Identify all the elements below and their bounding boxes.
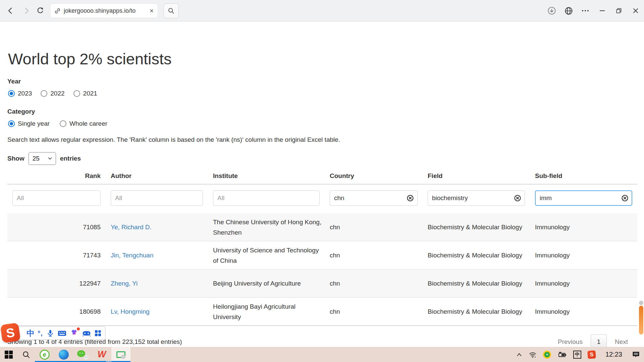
cell-institute: Beijing University of Agriculture bbox=[208, 275, 325, 292]
filter-input-field[interactable] bbox=[428, 190, 525, 206]
year-option-2021[interactable]: 2021 bbox=[73, 90, 97, 97]
filter-clear-icon[interactable] bbox=[621, 194, 629, 202]
author-link[interactable]: Lv, Hongming bbox=[111, 308, 150, 315]
microphone-icon[interactable] bbox=[46, 329, 54, 337]
input-method-button[interactable]: 中 bbox=[573, 351, 581, 359]
cell-rank: 71743 bbox=[7, 247, 106, 264]
column-header-field[interactable]: Field bbox=[423, 172, 530, 180]
pagination-next[interactable]: Next bbox=[615, 338, 628, 346]
search-button[interactable] bbox=[163, 3, 179, 18]
category-option-single-year[interactable]: Single year bbox=[8, 120, 50, 127]
close-button[interactable] bbox=[630, 5, 642, 17]
search-icon bbox=[167, 7, 175, 14]
punctuation-icon[interactable]: °, bbox=[38, 329, 43, 337]
table-row: 180698Lv, HongmingHeilongjiang Bayi Agri… bbox=[7, 298, 637, 326]
filter-cell-institute bbox=[208, 190, 325, 206]
column-header-sub-field[interactable]: Sub-field bbox=[530, 172, 637, 180]
radio-unselected-icon[interactable] bbox=[73, 90, 80, 97]
game-icon[interactable] bbox=[82, 330, 91, 337]
wechat-icon bbox=[77, 350, 89, 359]
address-bar[interactable]: jokergoooo.shinyapps.io/to × bbox=[50, 4, 158, 18]
notification-center-button[interactable] bbox=[632, 351, 640, 358]
taskbar-search-button[interactable] bbox=[17, 347, 35, 362]
cell-institute: University of Science and Technology of … bbox=[208, 242, 325, 269]
browser-360-taskbar-button[interactable]: e bbox=[35, 347, 54, 362]
wps-office-taskbar-button[interactable]: W bbox=[92, 347, 111, 362]
filter-input-country[interactable] bbox=[330, 190, 418, 206]
scrollbar-cap[interactable] bbox=[639, 301, 643, 305]
cell-institute: The Chinese University of Hong Kong, She… bbox=[208, 214, 325, 241]
column-header-institute[interactable]: Institute bbox=[208, 172, 325, 180]
download-icon bbox=[547, 6, 556, 15]
battery-button[interactable] bbox=[557, 352, 567, 358]
360-safe-button[interactable]: + bbox=[543, 351, 551, 359]
sogou-input-toolbar: 中°, bbox=[17, 326, 105, 340]
radio-unselected-icon[interactable] bbox=[60, 120, 66, 127]
column-header-country[interactable]: Country bbox=[325, 172, 423, 180]
column-header-rank[interactable]: Rank bbox=[7, 172, 106, 180]
chinese-mode-icon[interactable]: 中 bbox=[26, 328, 34, 339]
taskbar-apps: eW bbox=[35, 347, 130, 362]
entries-select[interactable]: 25 bbox=[29, 152, 56, 165]
minimize-icon bbox=[600, 10, 605, 11]
minimize-button[interactable] bbox=[596, 5, 608, 17]
browser-essentials-button[interactable] bbox=[562, 5, 575, 17]
filter-input-sub-field[interactable] bbox=[535, 190, 632, 206]
input-method-zh-icon: 中 bbox=[573, 351, 581, 359]
page-title: World top 2% scientists bbox=[8, 50, 172, 68]
radio-selected-icon[interactable] bbox=[8, 120, 15, 127]
taskbar-clock[interactable]: 12:23 bbox=[605, 351, 622, 358]
cell-author: Lv, Hongming bbox=[106, 303, 208, 320]
cell-subfield: Immunology bbox=[530, 303, 637, 320]
sogou-logo[interactable]: S bbox=[0, 323, 21, 343]
year-option-2023[interactable]: 2023 bbox=[8, 90, 32, 97]
pagination-previous[interactable]: Previous bbox=[558, 338, 583, 346]
author-link[interactable]: Ye, Richard D. bbox=[111, 224, 152, 231]
wifi-icon bbox=[529, 351, 537, 358]
edge-taskbar-button[interactable] bbox=[54, 347, 73, 362]
table-body: 71085Ye, Richard D.The Chinese Universit… bbox=[7, 213, 637, 326]
tray-chevron-up-button[interactable] bbox=[516, 352, 522, 357]
wechat-taskbar-button[interactable] bbox=[73, 347, 92, 362]
column-header-author[interactable]: Author bbox=[106, 172, 208, 180]
author-link[interactable]: Jin, Tengchuan bbox=[111, 252, 153, 259]
category-option-whole-career[interactable]: Whole career bbox=[60, 120, 107, 127]
site-link-icon bbox=[54, 8, 61, 14]
url-text[interactable]: jokergoooo.shinyapps.io/to bbox=[64, 7, 149, 14]
filter-clear-icon[interactable] bbox=[407, 194, 414, 202]
back-button[interactable] bbox=[5, 5, 17, 17]
screenshot-tool-taskbar-button[interactable] bbox=[111, 347, 130, 362]
start-button[interactable] bbox=[0, 347, 17, 362]
cell-field: Biochemistry & Molecular Biology bbox=[423, 303, 530, 320]
download-button[interactable] bbox=[546, 5, 558, 17]
shiny-app-page: World top 2% scientists Year 20232022202… bbox=[0, 21, 644, 347]
forward-button[interactable] bbox=[20, 5, 32, 17]
windows-start-icon bbox=[5, 351, 13, 359]
year-option-2022[interactable]: 2022 bbox=[41, 90, 64, 97]
restore-button[interactable] bbox=[613, 5, 625, 17]
sogou-tray-icon: S bbox=[587, 350, 596, 359]
filter-input-author[interactable] bbox=[111, 190, 203, 206]
filter-input-rank[interactable] bbox=[12, 190, 101, 206]
keyboard-icon[interactable] bbox=[58, 330, 66, 337]
globe-icon bbox=[565, 7, 573, 15]
wifi-button[interactable] bbox=[529, 351, 537, 358]
skin-icon[interactable] bbox=[70, 329, 78, 337]
cell-author: Ye, Richard D. bbox=[106, 219, 208, 236]
radio-selected-icon[interactable] bbox=[8, 90, 15, 97]
menu-grid-icon[interactable] bbox=[94, 329, 102, 337]
refresh-button[interactable] bbox=[34, 5, 46, 17]
year-label: Year bbox=[7, 78, 21, 85]
clear-url-icon[interactable]: × bbox=[149, 7, 154, 15]
settings-menu-button[interactable] bbox=[579, 5, 591, 17]
sogou-tray-button[interactable]: S bbox=[588, 351, 596, 359]
browser-360-icon: e bbox=[40, 350, 50, 360]
cell-rank: 180698 bbox=[7, 303, 106, 320]
filter-input-institute[interactable] bbox=[213, 190, 320, 206]
author-link[interactable]: Zheng, Yi bbox=[111, 280, 138, 287]
scrollbar-thumb[interactable] bbox=[639, 306, 643, 335]
filter-clear-icon[interactable] bbox=[514, 194, 521, 202]
filter-cell-country bbox=[325, 190, 423, 206]
radio-unselected-icon[interactable] bbox=[41, 90, 47, 97]
cell-country: chn bbox=[325, 303, 423, 320]
